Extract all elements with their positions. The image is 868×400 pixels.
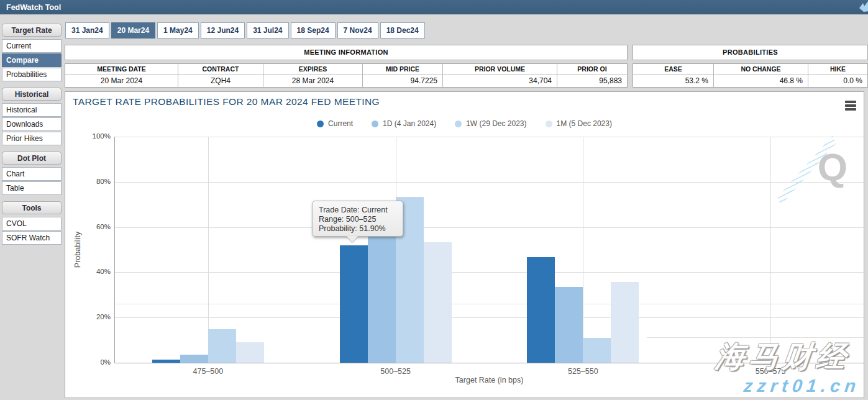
- legend-dot-1d-4-jan-2024: [372, 120, 378, 127]
- sidebar-item-prior-hikes[interactable]: Prior Hikes: [2, 132, 62, 145]
- cell-value-ease: 53.2 %: [633, 75, 714, 87]
- x-axis-label: Target Rate (in bps): [114, 376, 864, 384]
- chart-tooltip-pointer: [347, 236, 358, 242]
- y-tick-60: 60%: [73, 223, 111, 230]
- meeting-information-table: MEETING DATECONTRACTEXPIRESMID PRICEPRIO…: [65, 63, 628, 88]
- bar-1m-5-dec-2023-525-550[interactable]: [611, 282, 639, 363]
- date-tab-18-dec24[interactable]: 18 Dec24: [380, 22, 425, 39]
- cell-value-contract: ZQH4: [178, 75, 263, 87]
- bar-1w-29-dec-2023-525-550[interactable]: [583, 338, 611, 363]
- date-tabs: 31 Jan2420 Mar241 May2412 Jun2431 Jul241…: [65, 22, 425, 39]
- tooltip-line-1: Trade Date: Current: [319, 206, 396, 215]
- bar-1d-4-jan-2024-525-550[interactable]: [555, 287, 583, 363]
- legend-item-1d-4-jan-2024[interactable]: 1D (4 Jan 2024): [372, 119, 436, 128]
- legend-dot-current: [317, 120, 324, 127]
- sidebar: Target RateCurrentCompareProbabilitiesHi…: [2, 24, 62, 245]
- legend-item-1w-29-dec-2023[interactable]: 1W (29 Dec 2023): [455, 119, 526, 128]
- cell-value-prior-volume: 34,704: [443, 75, 557, 87]
- sidebar-item-cvol[interactable]: CVOL: [2, 217, 62, 230]
- sidebar-section-target-rate: Target Rate: [2, 24, 62, 37]
- x-tick-500-525: 500–525: [359, 367, 433, 376]
- x-tick-550-575: 550–575: [733, 367, 808, 376]
- sidebar-section-dot-plot: Dot Plot: [2, 152, 62, 165]
- gridline-20: [114, 317, 864, 318]
- date-tab-7-nov24[interactable]: 7 Nov24: [337, 22, 378, 39]
- category-gridline-550-575: [770, 137, 771, 363]
- gridline-40: [114, 272, 864, 273]
- q-logo-stripes: [764, 135, 851, 205]
- legend-label: 1M (5 Dec 2023): [557, 119, 612, 128]
- date-tab-12-jun24[interactable]: 12 Jun24: [201, 22, 245, 39]
- y-tick-80: 80%: [73, 178, 111, 185]
- probabilities-table: EASENO CHANGEHIKE53.2 %46.8 %0.0 %: [633, 63, 868, 88]
- cell-value-mid-price: 94.7225: [363, 75, 443, 87]
- legend-item-current[interactable]: Current: [317, 119, 353, 128]
- column-header-contract: CONTRACT: [178, 64, 263, 75]
- bar-1d-4-jan-2024-475-500[interactable]: [180, 355, 208, 363]
- probabilities-section: PROBABILITIES EASENO CHANGEHIKE53.2 %46.…: [633, 45, 868, 88]
- chart-legend: Current1D (4 Jan 2024)1W (29 Dec 2023)1M…: [65, 119, 864, 128]
- chart-tooltip: Trade Date: CurrentRange: 500–525Probabi…: [312, 201, 403, 237]
- x-tick-525-550: 525–550: [546, 367, 620, 376]
- bar-current-525-550[interactable]: [527, 257, 555, 363]
- column-header-hike: HIKE: [808, 64, 867, 75]
- q-logo-watermark: Q: [768, 143, 855, 196]
- gridline-60: [114, 227, 864, 228]
- column-header-ease: EASE: [633, 64, 714, 75]
- legend-label: 1W (29 Dec 2023): [466, 119, 526, 128]
- column-header-prior-oi: PRIOR OI: [557, 64, 627, 75]
- legend-label: Current: [328, 119, 353, 128]
- tooltip-line-2: Range: 500–525: [319, 215, 396, 224]
- legend-dot-1m-5-dec-2023: [546, 120, 552, 127]
- category-gridline-525-550: [583, 137, 583, 363]
- sidebar-section-historical: Historical: [2, 88, 62, 101]
- sidebar-item-historical[interactable]: Historical: [2, 103, 62, 117]
- probabilities-title: PROBABILITIES: [633, 45, 868, 60]
- gridline-100: [114, 137, 864, 137]
- cell-value-no-change: 46.8 %: [714, 75, 808, 87]
- header-corner-icon: [858, 1, 868, 13]
- bar-1w-29-dec-2023-475-500[interactable]: [208, 329, 236, 363]
- legend-item-1m-5-dec-2023[interactable]: 1M (5 Dec 2023): [546, 119, 612, 128]
- app-title: FedWatch Tool: [6, 0, 61, 15]
- sidebar-section-tools: Tools: [2, 201, 62, 214]
- y-tick-40: 40%: [73, 268, 111, 275]
- date-tab-31-jul24[interactable]: 31 Jul24: [247, 22, 288, 39]
- y-tick-100: 100%: [73, 132, 111, 140]
- bar-1m-5-dec-2023-475-500[interactable]: [236, 342, 264, 363]
- meeting-information-section: MEETING INFORMATION MEETING DATECONTRACT…: [65, 45, 628, 88]
- date-tab-31-jan24[interactable]: 31 Jan24: [65, 22, 109, 39]
- legend-dot-1w-29-dec-2023: [455, 120, 462, 127]
- hover-guide-line: [114, 304, 864, 304]
- sidebar-item-compare[interactable]: Compare: [2, 53, 62, 67]
- column-header-mid-price: MID PRICE: [363, 64, 443, 75]
- date-tab-20-mar24[interactable]: 20 Mar24: [111, 22, 155, 39]
- sidebar-item-probabilities[interactable]: Probabilities: [2, 68, 62, 81]
- x-tick-475-500: 475–500: [171, 367, 245, 376]
- sidebar-item-table[interactable]: Table: [2, 181, 62, 195]
- cell-value-meeting-date: 20 Mar 2024: [65, 75, 178, 87]
- chart-title: TARGET RATE PROBABILITIES FOR 20 MAR 202…: [73, 96, 380, 107]
- app-header: FedWatch Tool: [0, 0, 868, 15]
- bar-current-500-525[interactable]: [340, 245, 368, 363]
- sidebar-item-current[interactable]: Current: [2, 39, 62, 53]
- column-header-no-change: NO CHANGE: [714, 64, 808, 75]
- date-tab-18-sep24[interactable]: 18 Sep24: [291, 22, 336, 39]
- column-header-prior-volume: PRIOR VOLUME: [443, 64, 557, 75]
- chart-panel: TARGET RATE PROBABILITIES FOR 20 MAR 202…: [65, 91, 864, 398]
- column-header-expires: EXPIRES: [263, 64, 363, 75]
- bar-1d-4-jan-2024-500-525[interactable]: [368, 218, 396, 363]
- sidebar-item-downloads[interactable]: Downloads: [2, 117, 62, 131]
- cell-value-prior-oi: 95,883: [557, 75, 627, 87]
- tooltip-line-3: Probability: 51.90%: [319, 224, 396, 234]
- cell-value-hike: 0.0 %: [808, 75, 867, 87]
- chart-menu-icon[interactable]: [845, 101, 856, 112]
- date-tab-1-may24[interactable]: 1 May24: [157, 22, 199, 39]
- sidebar-item-sofr-watch[interactable]: SOFR Watch: [2, 231, 62, 245]
- meeting-information-title: MEETING INFORMATION: [65, 45, 628, 60]
- sidebar-item-chart[interactable]: Chart: [2, 167, 62, 181]
- legend-label: 1D (4 Jan 2024): [383, 119, 436, 128]
- gridline-80: [114, 182, 864, 183]
- bar-1m-5-dec-2023-500-525[interactable]: [424, 242, 452, 363]
- watermark-line: [647, 337, 864, 338]
